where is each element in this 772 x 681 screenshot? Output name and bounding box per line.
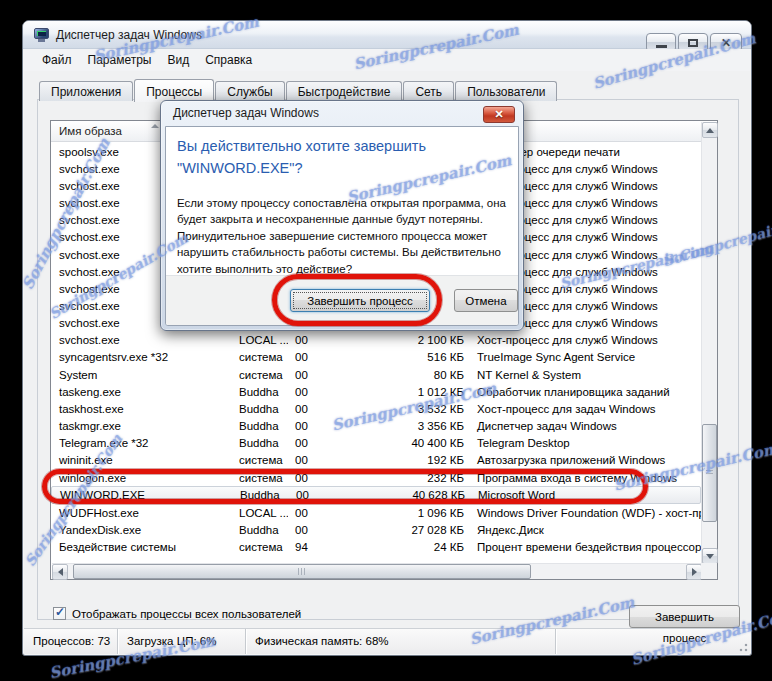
dialog-cancel-button[interactable]: Отмена xyxy=(454,289,518,312)
cell-desc: Диспетчер задач Windows xyxy=(470,420,701,432)
window-title: Диспетчер задач Windows xyxy=(56,28,202,42)
cell-mem: 80 КБ xyxy=(320,369,470,381)
cell-cpu: 00 xyxy=(288,403,320,415)
tab-приложения[interactable]: Приложения xyxy=(39,81,133,101)
close-icon: ✕ xyxy=(494,109,503,120)
cell-mem: 40 400 КБ xyxy=(320,437,470,449)
status-filler xyxy=(556,629,750,654)
cell-user: система xyxy=(235,541,288,553)
tab-пользователи[interactable]: Пользователи xyxy=(455,81,557,101)
dialog-close-button[interactable]: ✕ xyxy=(483,106,515,123)
process-row[interactable]: wininit.exeсистема00192 КБАвтозагрузка п… xyxy=(51,452,701,469)
process-row[interactable]: YandexDisk.exeBuddha0027 028 КБЯндекс.Ди… xyxy=(51,521,701,538)
cell-mem: 2 100 КБ xyxy=(320,334,470,346)
process-row[interactable]: WUDFHost.exeLOCAL ...001 096 КБWindows D… xyxy=(51,504,701,521)
monitor-stand-icon xyxy=(38,39,45,42)
tab-быстродействие[interactable]: Быстродействие xyxy=(286,81,403,101)
process-row[interactable]: syncagentsrv.exe *32система00516 КБTrueI… xyxy=(51,349,701,366)
menu-bar: ФайлПараметрыВидСправка xyxy=(24,49,750,71)
cell-user: система xyxy=(235,369,288,381)
process-row[interactable]: taskmgr.exeBuddha003 356 КБДиспетчер зад… xyxy=(51,418,701,435)
scroll-right-button[interactable] xyxy=(686,564,702,580)
process-row[interactable]: winlogon.exeсистема00232 КБПрограмма вхо… xyxy=(51,469,701,486)
minimize-icon xyxy=(656,45,667,48)
cell-user: Buddha xyxy=(235,437,288,449)
process-row[interactable]: Бездействие системысистема9424 КБПроцент… xyxy=(51,538,701,555)
cell-user: LOCAL ... xyxy=(235,507,288,519)
cell-user: система xyxy=(235,454,288,466)
menu-item-3[interactable]: Вид xyxy=(159,51,197,69)
cell-desc: NT Kernel & System xyxy=(470,369,701,381)
tab-службы[interactable]: Службы xyxy=(215,81,284,101)
cell-name: wininit.exe xyxy=(51,454,235,466)
cell-user: система xyxy=(235,472,288,484)
scroll-up-icon xyxy=(706,128,714,133)
tab-процессы[interactable]: Процессы xyxy=(134,79,214,102)
cell-desc: Windows Driver Foundation (WDF) - хост-п… xyxy=(470,507,701,519)
cell-cpu: 00 xyxy=(288,351,320,363)
process-row[interactable]: svchost.exeLOCAL ...002 100 КБХост-проце… xyxy=(51,332,701,349)
process-row[interactable]: Telegram.exe *32Buddha0040 400 КБTelegra… xyxy=(51,435,701,452)
scroll-left-button[interactable] xyxy=(52,564,68,580)
cell-desc: Microsoft Word xyxy=(471,489,700,501)
cell-name: Бездействие системы xyxy=(51,541,235,553)
menu-item-2[interactable]: Параметры xyxy=(80,51,160,69)
cell-user: Buddha xyxy=(235,524,288,536)
monitor-screen-icon xyxy=(34,28,49,39)
menu-item-1[interactable]: Файл xyxy=(34,51,80,69)
process-row[interactable]: taskeng.exeBuddha001 012 КБОбработчик пл… xyxy=(51,383,701,400)
process-row[interactable]: taskhost.exeBuddha003 532 КБХост-процесс… xyxy=(51,400,701,417)
horizontal-scroll-thumb[interactable] xyxy=(73,564,531,579)
checkmark-icon: ✓ xyxy=(55,605,65,619)
process-row[interactable]: Systemсистема0080 КБNT Kernel & System xyxy=(51,366,701,383)
end-process-button[interactable]: Завершить процесс xyxy=(629,605,740,628)
confirm-dialog: Диспетчер задач Windows ✕ Вы действитель… xyxy=(160,100,524,331)
scroll-down-button[interactable] xyxy=(702,548,718,564)
scroll-up-button[interactable] xyxy=(702,122,718,138)
cell-desc: TrueImage Sync Agent Service xyxy=(470,351,701,363)
status-cell-1: Процессов: 73 xyxy=(24,629,118,654)
status-cell-2: Загрузка ЦП: 6% xyxy=(118,629,246,654)
cell-desc: Автозагрузка приложений Windows xyxy=(470,454,701,466)
dialog-end-process-button[interactable]: Завершить процесс xyxy=(290,289,430,312)
maximize-icon xyxy=(688,39,698,47)
cell-name: taskeng.exe xyxy=(51,386,235,398)
cell-desc: Процент времени бездействия процессора xyxy=(470,541,701,553)
cell-cpu: 00 xyxy=(288,334,320,346)
cell-user: система xyxy=(235,351,288,363)
cell-name: syncagentsrv.exe *32 xyxy=(51,351,235,363)
sort-asc-icon xyxy=(151,124,159,128)
window-titlebar[interactable]: Диспетчер задач Windows ✕ xyxy=(23,21,751,49)
status-cell-3: Физическая память: 68% xyxy=(246,629,556,654)
cell-name: Telegram.exe *32 xyxy=(51,437,235,449)
cell-mem: 1 012 КБ xyxy=(320,386,470,398)
cell-user: Buddha xyxy=(235,403,288,415)
cell-desc: Яндекс.Диск xyxy=(470,524,701,536)
menu-item-4[interactable]: Справка xyxy=(197,51,260,69)
show-all-users-checkbox[interactable]: ✓ xyxy=(53,607,66,620)
cell-name: WUDFHost.exe xyxy=(51,507,235,519)
dialog-body: Вы действительно хотите завершить "WINWO… xyxy=(165,126,519,326)
cell-mem: 232 КБ xyxy=(320,472,470,484)
column-header-image-name[interactable]: Имя образа xyxy=(59,125,122,137)
task-manager-icon xyxy=(34,28,50,42)
dialog-title: Диспетчер задач Windows xyxy=(173,106,319,120)
vertical-scroll-thumb[interactable] xyxy=(702,424,717,522)
status-bar: Процессов: 73Загрузка ЦП: 6%Физическая п… xyxy=(24,628,750,654)
resize-grip-icon[interactable] xyxy=(736,640,748,652)
cell-mem: 516 КБ xyxy=(320,351,470,363)
cell-mem: 192 КБ xyxy=(320,454,470,466)
cell-cpu: 00 xyxy=(288,420,320,432)
dialog-message: Если этому процессу сопоставлена открыта… xyxy=(177,195,519,277)
tab-сеть[interactable]: Сеть xyxy=(403,81,454,101)
vertical-scrollbar[interactable] xyxy=(701,122,717,564)
cell-mem: 40 628 КБ xyxy=(321,489,471,501)
cell-name: YandexDisk.exe xyxy=(51,524,235,536)
process-row-selected[interactable]: WINWORD.EXEBuddha0040 628 КБMicrosoft Wo… xyxy=(51,486,701,504)
cell-cpu: 94 xyxy=(288,541,320,553)
horizontal-scrollbar[interactable] xyxy=(52,563,702,579)
cell-desc: Программа входа в систему Windows xyxy=(470,472,701,484)
cell-desc: Хост-процесс для задач Windows xyxy=(470,403,701,415)
screenshot-background: Soringpcrepair.ComSoringpcrepair.ComSori… xyxy=(0,0,772,681)
cell-cpu: 00 xyxy=(288,472,320,484)
